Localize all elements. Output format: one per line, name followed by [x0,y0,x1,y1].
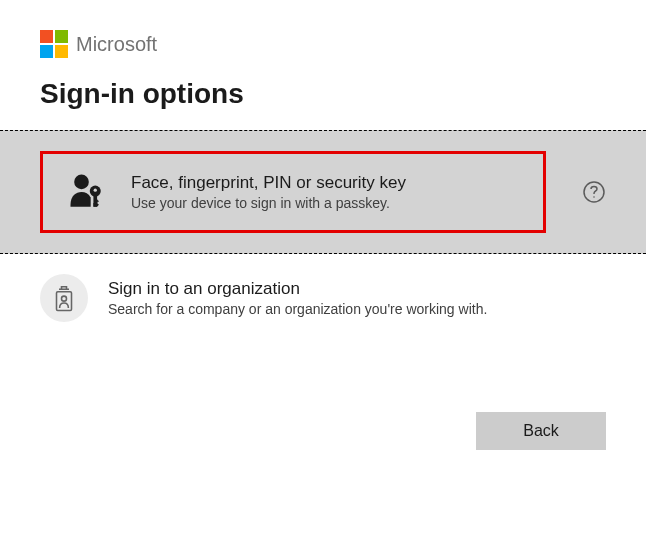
svg-point-5 [593,196,595,198]
option-organization[interactable]: Sign in to an organization Search for a … [0,254,646,342]
option-desc: Use your device to sign in with a passke… [131,195,523,211]
help-icon[interactable] [582,180,606,204]
passkey-icon [63,168,111,216]
brand: Microsoft [40,30,606,58]
svg-point-8 [62,296,67,301]
option-title: Sign in to an organization [108,279,606,299]
page-title: Sign-in options [40,78,606,110]
svg-point-0 [74,175,89,190]
svg-point-2 [94,189,97,192]
option-passkey[interactable]: Face, fingerprint, PIN or security key U… [0,130,646,254]
option-desc: Search for a company or an organization … [108,301,606,317]
microsoft-logo-icon [40,30,68,58]
option-title: Face, fingerprint, PIN or security key [131,173,523,193]
signin-options-list: Face, fingerprint, PIN or security key U… [0,130,646,342]
back-button[interactable]: Back [476,412,606,450]
badge-icon [40,274,88,322]
brand-name: Microsoft [76,33,157,56]
